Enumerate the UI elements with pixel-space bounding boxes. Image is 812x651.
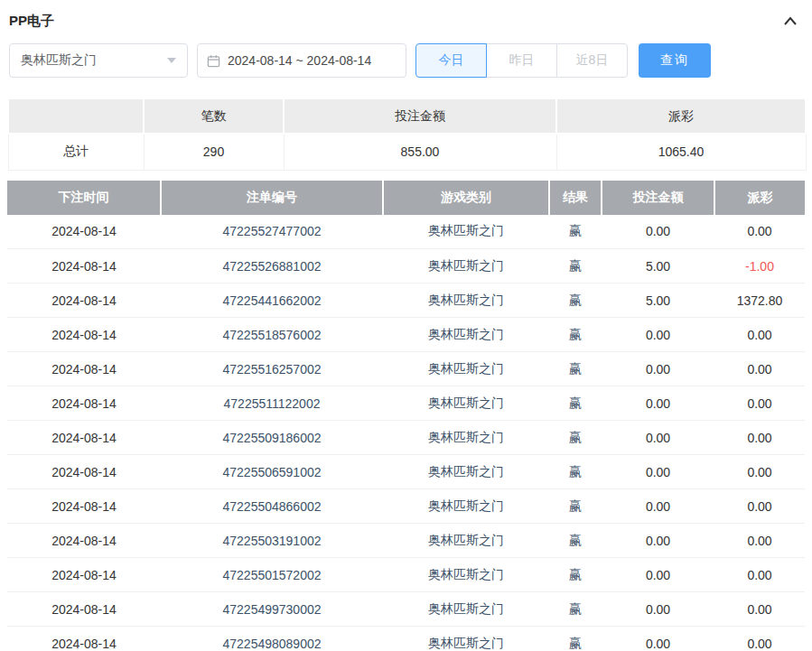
cell-bet-time: 2024-08-14	[7, 455, 161, 489]
chevron-down-icon	[167, 58, 176, 63]
cell-bet-id: 47225526881002	[161, 249, 383, 284]
cell-bet-time: 2024-08-14	[7, 627, 161, 651]
cell-bet-amount: 5.00	[602, 284, 714, 318]
cell-game-type: 奥林匹斯之门	[383, 489, 549, 524]
header-bet-time: 下注时间	[7, 181, 161, 215]
cell-bet-time: 2024-08-14	[7, 352, 161, 386]
cell-payout: 0.00	[714, 627, 805, 651]
summary-payout-value: 1065.40	[556, 134, 806, 170]
cell-bet-amount: 5.00	[602, 249, 714, 284]
cell-game-type: 奥林匹斯之门	[383, 318, 549, 352]
cell-bet-amount: 0.00	[602, 558, 714, 592]
cell-game-type: 奥林匹斯之门	[383, 421, 549, 455]
cell-bet-time: 2024-08-14	[7, 489, 161, 524]
table-row: 2024-08-14 47225501572002 奥林匹斯之门 赢 0.00 …	[7, 558, 805, 592]
cell-bet-time: 2024-08-14	[7, 421, 161, 455]
cell-bet-time: 2024-08-14	[7, 215, 161, 249]
header-result: 结果	[549, 181, 602, 215]
summary-bet-amount-value: 855.00	[284, 134, 556, 170]
summary-count-value: 290	[144, 134, 284, 170]
bet-table-header-row: 下注时间 注单编号 游戏类别 结果 投注金额 派彩	[7, 181, 805, 215]
summary-header-payout: 派彩	[556, 98, 806, 134]
cell-bet-id: 47225499730002	[161, 592, 383, 627]
quick-filter-button-2[interactable]: 昨日	[486, 43, 557, 78]
cell-payout: 0.00	[714, 386, 805, 421]
cell-bet-amount: 0.00	[602, 318, 714, 352]
cell-result: 赢	[549, 215, 602, 249]
cell-game-type: 奥林匹斯之门	[383, 592, 549, 627]
quick-filter-group: 今日昨日近8日	[415, 43, 628, 78]
cell-game-type: 奥林匹斯之门	[383, 627, 549, 651]
cell-bet-time: 2024-08-14	[7, 386, 161, 421]
cell-payout: 0.00	[714, 489, 805, 524]
summary-total-row: 总计 290 855.00 1065.40	[8, 134, 806, 170]
filter-bar: 奥林匹斯之门 2024-08-14 ~ 2024-08-14 今日昨日近8日 查…	[7, 38, 805, 78]
search-button[interactable]: 查询	[639, 43, 711, 78]
cell-bet-id: 47225518576002	[161, 318, 383, 352]
header-payout: 派彩	[714, 181, 805, 215]
cell-bet-id: 47225511122002	[161, 386, 383, 421]
cell-bet-amount: 0.00	[602, 455, 714, 489]
page-title: PP电子	[9, 13, 54, 30]
cell-payout: 0.00	[714, 318, 805, 352]
date-range-value: 2024-08-14 ~ 2024-08-14	[228, 53, 371, 68]
cell-result: 赢	[549, 558, 602, 592]
game-select-value: 奥林匹斯之门	[21, 52, 97, 69]
cell-bet-id: 47225506591002	[161, 455, 383, 489]
panel-header: PP电子	[7, 0, 805, 38]
cell-result: 赢	[549, 524, 602, 558]
cell-payout: 0.00	[714, 558, 805, 592]
cell-bet-time: 2024-08-14	[7, 318, 161, 352]
table-row: 2024-08-14 47225516257002 奥林匹斯之门 赢 0.00 …	[7, 352, 805, 386]
cell-bet-time: 2024-08-14	[7, 284, 161, 318]
bet-records-table: 下注时间 注单编号 游戏类别 结果 投注金额 派彩 2024-08-14 472…	[7, 181, 805, 651]
cell-bet-amount: 0.00	[602, 627, 714, 651]
table-row: 2024-08-14 47225499730002 奥林匹斯之门 赢 0.00 …	[7, 592, 805, 627]
summary-header-row: 笔数 投注金额 派彩	[8, 98, 806, 134]
cell-bet-time: 2024-08-14	[7, 592, 161, 627]
cell-payout: 0.00	[714, 421, 805, 455]
cell-result: 赢	[549, 249, 602, 284]
date-range-picker[interactable]: 2024-08-14 ~ 2024-08-14	[197, 43, 406, 78]
table-row: 2024-08-14 47225504866002 奥林匹斯之门 赢 0.00 …	[7, 489, 805, 524]
cell-game-type: 奥林匹斯之门	[383, 558, 549, 592]
table-row: 2024-08-14 47225518576002 奥林匹斯之门 赢 0.00 …	[7, 318, 805, 352]
header-game-type: 游戏类别	[383, 181, 549, 215]
cell-bet-amount: 0.00	[602, 524, 714, 558]
cell-result: 赢	[549, 318, 602, 352]
cell-game-type: 奥林匹斯之门	[383, 524, 549, 558]
cell-result: 赢	[549, 386, 602, 421]
quick-filter-button-3[interactable]: 近8日	[556, 43, 628, 78]
table-row: 2024-08-14 47225503191002 奥林匹斯之门 赢 0.00 …	[7, 524, 805, 558]
cell-bet-id: 47225509186002	[161, 421, 383, 455]
summary-header-count: 笔数	[144, 98, 284, 134]
pp-electronic-panel: PP电子 奥林匹斯之门 2024-08-14 ~ 2	[0, 0, 812, 651]
table-row: 2024-08-14 47225498089002 奥林匹斯之门 赢 0.00 …	[7, 627, 805, 651]
cell-bet-id: 47225504866002	[161, 489, 383, 524]
header-bet-amount: 投注金额	[602, 181, 714, 215]
cell-bet-amount: 0.00	[602, 386, 714, 421]
header-bet-id: 注单编号	[161, 181, 383, 215]
cell-result: 赢	[549, 455, 602, 489]
cell-payout: 0.00	[714, 592, 805, 627]
table-row: 2024-08-14 47225509186002 奥林匹斯之门 赢 0.00 …	[7, 421, 805, 455]
cell-bet-amount: 0.00	[602, 489, 714, 524]
cell-payout: 0.00	[714, 524, 805, 558]
collapse-panel-button[interactable]	[779, 12, 801, 30]
summary-total-label: 总计	[8, 134, 144, 170]
cell-bet-amount: 0.00	[602, 215, 714, 249]
cell-game-type: 奥林匹斯之门	[383, 386, 549, 421]
cell-payout: 0.00	[714, 455, 805, 489]
table-row: 2024-08-14 47225506591002 奥林匹斯之门 赢 0.00 …	[7, 455, 805, 489]
cell-bet-amount: 0.00	[602, 421, 714, 455]
cell-result: 赢	[549, 592, 602, 627]
quick-filter-button-1[interactable]: 今日	[415, 43, 487, 78]
cell-payout: 0.00	[714, 352, 805, 386]
game-select[interactable]: 奥林匹斯之门	[9, 43, 188, 78]
table-row: 2024-08-14 47225526881002 奥林匹斯之门 赢 5.00 …	[7, 249, 805, 284]
cell-result: 赢	[549, 421, 602, 455]
cell-result: 赢	[549, 489, 602, 524]
cell-payout: 1372.80	[714, 284, 805, 318]
cell-bet-id: 47225441662002	[161, 284, 383, 318]
cell-bet-id: 47225503191002	[161, 524, 383, 558]
